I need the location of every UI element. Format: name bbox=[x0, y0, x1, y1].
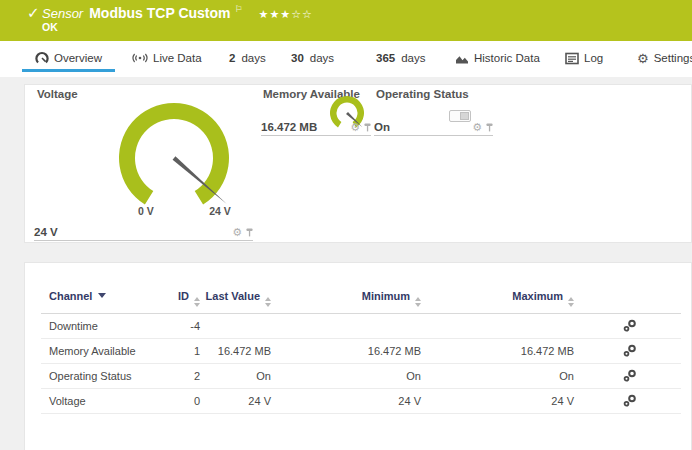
channel-gear-icon[interactable]: ⚙ bbox=[472, 122, 482, 133]
channel-last-value: 24 V bbox=[200, 389, 271, 414]
ok-check-icon: ✓ bbox=[27, 4, 40, 22]
tab-30-days[interactable]: 30days bbox=[291, 49, 334, 67]
channels-panel: Channel ID Last Value Minimum Maximum bbox=[24, 262, 692, 450]
channel-id: 0 bbox=[151, 389, 200, 414]
log-icon bbox=[565, 52, 579, 65]
col-header-channel[interactable]: Channel bbox=[41, 287, 151, 314]
pin-icon[interactable] bbox=[364, 123, 371, 132]
sort-icon bbox=[265, 297, 271, 307]
tab-365-days[interactable]: 365days bbox=[376, 49, 425, 67]
tab-live-data-label: Live Data bbox=[153, 52, 202, 64]
memory-value: 16.472 MB bbox=[261, 121, 317, 133]
channel-settings-icon[interactable] bbox=[623, 394, 637, 407]
channel-name[interactable]: Memory Available bbox=[41, 339, 151, 364]
tab-settings-label: Settings bbox=[654, 52, 692, 64]
historic-chart-icon bbox=[455, 52, 469, 65]
channel-last-value bbox=[200, 314, 271, 339]
channel-maximum: 16.472 MB bbox=[421, 339, 574, 364]
channel-name[interactable]: Operating Status bbox=[41, 364, 151, 389]
col-header-last-value[interactable]: Last Value bbox=[200, 287, 271, 314]
channel-id: 2 bbox=[151, 364, 200, 389]
tab-overview[interactable]: Overview bbox=[22, 49, 115, 67]
sensor-title: Modbus TCP Custom bbox=[89, 5, 230, 21]
settings-gear-icon: ⚙ bbox=[637, 52, 649, 65]
tab-2-days[interactable]: 2days bbox=[229, 49, 266, 67]
channel-minimum: 24 V bbox=[271, 389, 421, 414]
table-row: Voltage 0 24 V 24 V 24 V bbox=[41, 389, 681, 414]
object-kind-label: Sensor bbox=[42, 6, 83, 21]
operating-status-title: Operating Status bbox=[376, 88, 469, 100]
channel-gear-icon[interactable]: ⚙ bbox=[350, 122, 360, 133]
sensor-status-bar: ✓ SensorModbus TCP Custom⚐★★★☆☆ OK bbox=[0, 0, 692, 41]
channels-table: Channel ID Last Value Minimum Maximum bbox=[41, 287, 681, 414]
channel-gear-icon[interactable]: ⚙ bbox=[232, 227, 242, 238]
channel-minimum: 16.472 MB bbox=[271, 339, 421, 364]
sort-icon bbox=[568, 297, 574, 307]
sensor-tabbar: Overview Live Data 2days 30days 365days … bbox=[0, 41, 692, 77]
active-tab-underline bbox=[22, 69, 115, 72]
sensor-status-text: OK bbox=[42, 21, 58, 33]
voltage-scale-max: 24 V bbox=[203, 205, 237, 217]
tab-historic-label: Historic Data bbox=[474, 52, 540, 64]
gauges-panel: Voltage 0 V 24 V 24 V ⚙ Memory Available… bbox=[24, 84, 692, 243]
pin-icon[interactable] bbox=[246, 228, 253, 237]
gauge-icon bbox=[35, 51, 49, 65]
sort-desc-icon bbox=[98, 293, 106, 298]
col-header-id[interactable]: ID bbox=[151, 287, 200, 314]
channel-id: 1 bbox=[151, 339, 200, 364]
sort-icon bbox=[415, 297, 421, 307]
table-header-row: Channel ID Last Value Minimum Maximum bbox=[41, 287, 681, 314]
channel-name[interactable]: Voltage bbox=[41, 389, 151, 414]
table-row: Operating Status 2 On On On bbox=[41, 364, 681, 389]
table-row: Memory Available 1 16.472 MB 16.472 MB 1… bbox=[41, 339, 681, 364]
tab-log[interactable]: Log bbox=[565, 49, 603, 67]
channel-name[interactable]: Downtime bbox=[41, 314, 151, 339]
operating-status-value: On bbox=[374, 121, 390, 133]
table-row: Downtime -4 bbox=[41, 314, 681, 339]
channel-minimum bbox=[271, 314, 421, 339]
channel-maximum: On bbox=[421, 364, 574, 389]
pin-icon[interactable] bbox=[486, 123, 493, 132]
channel-last-value: 16.472 MB bbox=[200, 339, 271, 364]
priority-stars[interactable]: ★★★☆☆ bbox=[259, 8, 313, 20]
channel-settings-icon[interactable] bbox=[623, 344, 637, 357]
voltage-gauge bbox=[99, 93, 249, 223]
stars-empty: ☆☆ bbox=[291, 8, 313, 20]
tab-live-data[interactable]: Live Data bbox=[132, 49, 202, 67]
channel-settings-icon[interactable] bbox=[623, 319, 637, 332]
col-header-actions bbox=[574, 287, 681, 314]
channel-last-value: On bbox=[200, 364, 271, 389]
voltage-scale-min: 0 V bbox=[129, 205, 163, 217]
live-data-icon bbox=[132, 51, 148, 65]
channel-id: -4 bbox=[151, 314, 200, 339]
channel-minimum: On bbox=[271, 364, 421, 389]
tab-historic-data[interactable]: Historic Data bbox=[455, 49, 540, 67]
col-header-minimum[interactable]: Minimum bbox=[271, 287, 421, 314]
stars-filled: ★★★ bbox=[259, 8, 292, 20]
voltage-gauge-title: Voltage bbox=[37, 88, 78, 100]
tab-log-label: Log bbox=[584, 52, 603, 64]
channel-maximum: 24 V bbox=[421, 389, 574, 414]
tab-settings[interactable]: ⚙ Settings bbox=[637, 49, 692, 67]
tab-overview-label: Overview bbox=[54, 52, 102, 64]
channel-settings-icon[interactable] bbox=[623, 369, 637, 382]
col-header-maximum[interactable]: Maximum bbox=[421, 287, 574, 314]
voltage-value: 24 V bbox=[34, 226, 58, 238]
channel-maximum bbox=[421, 314, 574, 339]
sort-icon bbox=[194, 297, 200, 307]
flag-icon[interactable]: ⚐ bbox=[235, 4, 243, 14]
